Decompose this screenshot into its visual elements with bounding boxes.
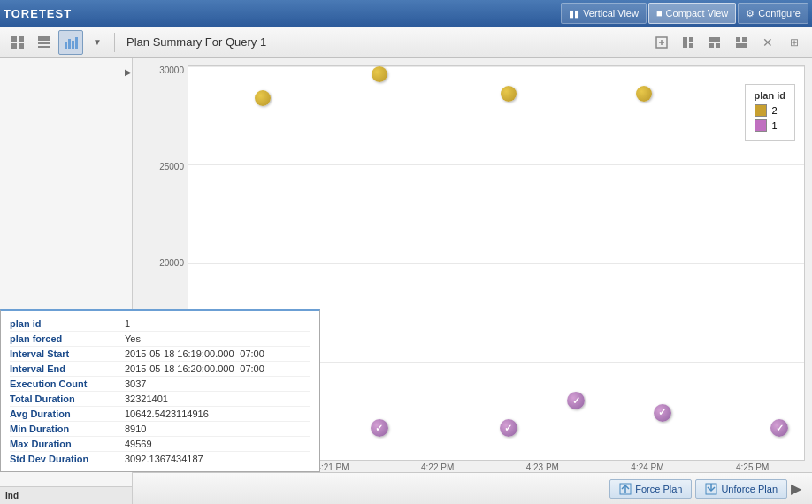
grid-icon	[11, 35, 25, 50]
layout-btn-1[interactable]	[676, 30, 701, 55]
close-icon: ✕	[762, 35, 773, 50]
x-tick-425: 4:25 PM	[736, 462, 769, 472]
info-value-std-dev: 3092.1367434187	[125, 454, 203, 464]
info-value-exec-count: 3037	[125, 378, 146, 389]
info-label-interval-start: Interval Start	[10, 348, 125, 359]
info-row-plan-id: plan id 1	[10, 317, 310, 332]
legend-item-2: 2	[755, 104, 785, 117]
close-panel-btn[interactable]: ✕	[755, 30, 780, 55]
info-row-exec-count: Execution Count 3037	[10, 377, 310, 392]
toolbar-btn-grid[interactable]	[5, 30, 30, 55]
vertical-view-btn[interactable]: ▮▮ Vertical View	[561, 3, 647, 24]
svg-rect-2	[11, 43, 17, 49]
indent-panel: Ind	[0, 486, 132, 504]
checkmark-2: ✓	[375, 423, 383, 434]
configure-btn[interactable]: ⚙ Configure	[738, 3, 808, 24]
layout-2-icon	[708, 35, 722, 50]
info-row-min-duration: Min Duration 8910	[10, 422, 310, 437]
plan-title: Plan Summary For Query 1	[126, 35, 647, 49]
dot-purple-4[interactable]: ✓	[567, 392, 585, 409]
y-tick-30000: 30000	[154, 65, 184, 75]
legend-label-2: 2	[772, 105, 778, 116]
svg-rect-8	[68, 39, 71, 49]
dot-gold-1[interactable]	[255, 90, 271, 106]
info-value-plan-forced: Yes	[125, 333, 141, 344]
force-plan-label: Force Plan	[635, 484, 682, 494]
x-tick-424: 4:24 PM	[631, 462, 663, 472]
svg-rect-16	[689, 43, 693, 48]
bottom-bar: Force Plan Unforce Plan ▶	[133, 472, 812, 504]
unforce-plan-label: Unforce Plan	[721, 484, 778, 494]
dot-purple-6[interactable]: ✓	[770, 419, 788, 437]
info-label-plan-id: plan id	[10, 318, 125, 329]
compact-view-btn[interactable]: ■ Compact View	[648, 3, 736, 24]
info-row-interval-start: Interval Start 2015-05-18 16:19:00.000 -…	[10, 347, 310, 362]
title-bar: TORETEST ▮▮ Vertical View ■ Compact View…	[0, 0, 812, 27]
layout-btn-3[interactable]	[729, 30, 754, 55]
info-label-interval-end: Interval End	[10, 363, 125, 374]
info-value-min-duration: 8910	[125, 424, 146, 434]
ind-label: Ind	[5, 491, 19, 500]
dot-purple-2[interactable]: ✓	[371, 419, 388, 437]
force-plan-btn[interactable]: Force Plan	[609, 479, 692, 499]
checkmark-6: ✓	[776, 423, 784, 434]
layout-1-icon	[681, 35, 695, 50]
info-row-interval-end: Interval End 2015-05-18 16:20:00.000 -07…	[10, 362, 310, 377]
info-label-exec-count: Execution Count	[10, 378, 125, 389]
x-tick-423: 4:23 PM	[526, 462, 559, 472]
toolbar-btn-chart[interactable]	[58, 30, 83, 55]
svg-rect-10	[75, 37, 78, 49]
info-label-total-duration: Total Duration	[10, 393, 125, 404]
x-tick-422: 4:22 PM	[421, 462, 454, 472]
svg-rect-15	[689, 37, 693, 42]
chart-icon	[64, 35, 78, 50]
legend-label-1: 1	[772, 120, 778, 131]
toolbar-right-buttons: ✕ ⊞	[649, 30, 807, 55]
unforce-plan-btn[interactable]: Unforce Plan	[695, 479, 787, 499]
legend: plan id 2 1	[745, 84, 795, 141]
dot-purple-3[interactable]: ✓	[500, 419, 517, 437]
layout-btn-2[interactable]	[702, 30, 727, 55]
dot-purple-5[interactable]: ✓	[654, 404, 671, 422]
svg-rect-19	[716, 43, 720, 48]
info-panel: plan id 1 plan forced Yes Interval Start…	[0, 309, 320, 472]
layout-3-icon	[734, 35, 748, 50]
expand-btn[interactable]: ⊞	[782, 30, 807, 55]
checkmark-3: ✓	[504, 423, 512, 434]
svg-rect-6	[38, 46, 50, 48]
sidebar-collapse-arrow[interactable]: ▶	[125, 67, 132, 77]
toolbar-btn-panel[interactable]	[32, 30, 57, 55]
force-plan-icon	[619, 483, 632, 495]
info-row-plan-forced: plan forced Yes	[10, 332, 310, 347]
x-tick-421: 4:21 PM	[316, 462, 349, 472]
zoom-fit-btn[interactable]	[649, 30, 674, 55]
expand-icon: ⊞	[790, 36, 799, 49]
svg-rect-20	[736, 37, 740, 42]
legend-item-1: 1	[755, 119, 785, 132]
configure-icon: ⚙	[746, 8, 755, 19]
info-label-max-duration: Max Duration	[10, 439, 125, 449]
svg-rect-22	[736, 43, 747, 48]
scroll-right-arrow[interactable]: ▶	[791, 480, 805, 497]
svg-rect-4	[38, 36, 50, 41]
info-label-std-dev: Std Dev Duration	[10, 454, 125, 464]
svg-rect-17	[709, 37, 720, 42]
svg-rect-7	[65, 42, 67, 49]
toolbar: ▼ Plan Summary For Query 1	[0, 27, 812, 58]
dot-gold-3[interactable]	[501, 86, 517, 102]
info-row-max-duration: Max Duration 49569	[10, 437, 310, 452]
title-bar-actions: ▮▮ Vertical View ■ Compact View ⚙ Config…	[561, 3, 808, 24]
dot-gold-2[interactable]	[372, 66, 387, 82]
info-row-total-duration: Total Duration 32321401	[10, 392, 310, 407]
info-value-avg-duration: 10642.5423114916	[125, 409, 209, 419]
info-label-plan-forced: plan forced	[10, 333, 125, 344]
legend-color-gold	[755, 104, 767, 117]
info-value-max-duration: 49569	[125, 439, 152, 449]
checkmark-4: ✓	[572, 395, 580, 407]
svg-rect-9	[72, 41, 74, 49]
dot-gold-4[interactable]	[636, 86, 652, 102]
svg-rect-18	[709, 43, 714, 48]
toolbar-btn-dropdown[interactable]: ▼	[85, 30, 110, 55]
info-value-interval-end: 2015-05-18 16:20:00.000 -07:00	[125, 363, 264, 374]
legend-title: plan id	[755, 90, 785, 101]
